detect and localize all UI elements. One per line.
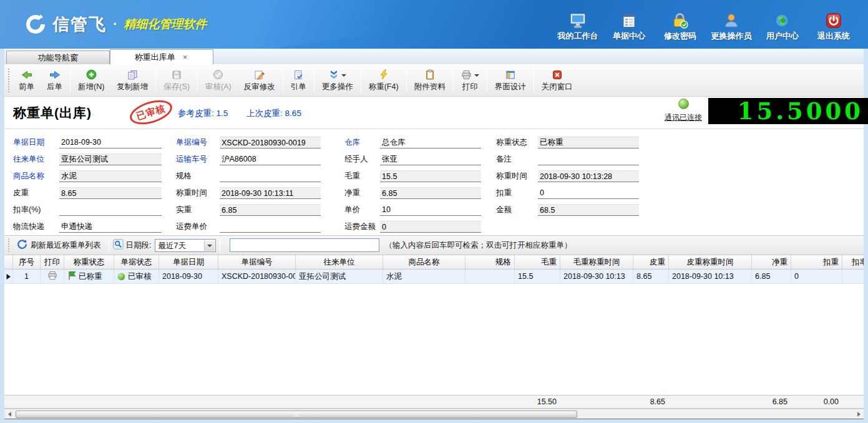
filter-grip-handle[interactable] bbox=[8, 238, 9, 252]
brand-separator: · bbox=[113, 16, 117, 32]
field-input[interactable] bbox=[538, 170, 639, 182]
toolbar-unaudit-edit-button[interactable]: 反审修改 bbox=[238, 67, 281, 94]
grid-column-header-doc_no[interactable]: 单据编号 bbox=[218, 255, 296, 269]
summary-cell-gross: 15.50 bbox=[516, 396, 562, 408]
scrollbar-thumb[interactable] bbox=[16, 411, 577, 418]
tab-bar: 功能导航窗称重出库单× bbox=[4, 49, 864, 64]
header-nav: 我的工作台单据中心修改密码更换操作员用户中心退出系统 bbox=[552, 5, 859, 42]
field-input[interactable] bbox=[380, 153, 481, 165]
field-input[interactable] bbox=[380, 204, 481, 216]
printer-small-icon[interactable] bbox=[47, 271, 57, 282]
summary-cell-doc_date bbox=[160, 396, 220, 408]
nav-item-change-password[interactable]: 修改密码 bbox=[655, 5, 706, 42]
field-input[interactable] bbox=[59, 153, 162, 165]
grid-column-header-tare[interactable]: 皮重 bbox=[633, 255, 669, 269]
toolbar-prev-doc-label: 前单 bbox=[19, 82, 34, 92]
grid-column-header-doc_status[interactable]: 单据状态 bbox=[114, 255, 159, 269]
tab-weigh-outbound[interactable]: 称重出库单× bbox=[110, 49, 213, 64]
toolbar-close-window-button[interactable]: 关闭窗口 bbox=[535, 67, 579, 94]
chevron-down-icon[interactable] bbox=[341, 74, 346, 77]
field-input[interactable] bbox=[538, 187, 639, 199]
field-label: 毛重 bbox=[344, 171, 380, 182]
grid-column-header-gross[interactable]: 毛重 bbox=[515, 255, 560, 269]
field-input[interactable] bbox=[59, 221, 162, 233]
scroll-left-button[interactable] bbox=[4, 410, 14, 419]
grid-column-header-gross_time[interactable]: 毛重称重时间 bbox=[560, 255, 633, 269]
toolbar-new-doc-button[interactable]: 新增(N) bbox=[72, 67, 110, 94]
nav-item-switch-operator[interactable]: 更换操作员 bbox=[706, 5, 757, 42]
tab-close-icon[interactable]: × bbox=[182, 53, 189, 61]
refresh-list-button[interactable]: 刷新最近称重单列表 bbox=[13, 238, 105, 253]
toolbar-separator bbox=[361, 68, 361, 93]
field-input[interactable] bbox=[538, 153, 639, 165]
toolbar-save-label: 保存(S) bbox=[163, 82, 190, 92]
date-range-select[interactable]: 最近7天 bbox=[155, 239, 216, 252]
toolbar-ui-design-button[interactable]: 界面设计 bbox=[489, 67, 532, 94]
chevron-down-icon[interactable] bbox=[474, 74, 479, 77]
add-icon bbox=[86, 69, 97, 80]
documents-icon bbox=[621, 7, 637, 29]
toolbar-separator bbox=[314, 68, 315, 93]
toolbar-print-button[interactable]: 打印 bbox=[455, 67, 485, 94]
field-input[interactable] bbox=[59, 170, 162, 182]
field-input[interactable] bbox=[538, 137, 639, 148]
window-content: 功能导航窗称重出库单× 前单后单新增(N)复制新增保存(S)审核(A)反审修改引… bbox=[0, 49, 868, 423]
field-label: 单价 bbox=[344, 205, 380, 215]
toolbar-grip-handle[interactable] bbox=[8, 69, 9, 92]
search-input[interactable] bbox=[230, 238, 379, 252]
tab-function-nav[interactable]: 功能导航窗 bbox=[6, 51, 110, 64]
field-input[interactable] bbox=[380, 170, 481, 182]
toolbar-weigh-f4-button[interactable]: 称重(F4) bbox=[363, 67, 405, 94]
operator-icon bbox=[723, 7, 739, 29]
field-input[interactable] bbox=[59, 204, 162, 216]
field-input[interactable] bbox=[220, 187, 321, 199]
grid-column-header-spec[interactable]: 规格 bbox=[466, 255, 515, 269]
field-input[interactable] bbox=[220, 170, 321, 182]
toolbar-more-actions-button[interactable]: 更多操作 bbox=[316, 67, 359, 94]
scroll-right-button[interactable] bbox=[854, 410, 864, 419]
field-input[interactable] bbox=[220, 204, 321, 216]
nav-item-label: 单据中心 bbox=[613, 31, 645, 42]
nav-item-exit-system[interactable]: 退出系统 bbox=[808, 5, 859, 42]
date-filter-icon bbox=[113, 239, 124, 251]
grid-column-header-tare_time[interactable]: 皮重称重时间 bbox=[669, 255, 752, 269]
grid-column-header-deduct_rate[interactable]: 扣率 bbox=[842, 255, 864, 269]
grid-cell-product: 水泥 bbox=[383, 270, 466, 283]
toolbar-pull-doc-button[interactable]: 引单 bbox=[285, 67, 313, 94]
horizontal-scrollbar[interactable] bbox=[4, 409, 864, 419]
field-input[interactable] bbox=[59, 137, 162, 148]
toolbar-prev-doc-button[interactable]: 前单 bbox=[12, 67, 41, 94]
summary-cell-partner bbox=[297, 396, 384, 408]
nav-item-doc-center[interactable]: 单据中心 bbox=[603, 5, 655, 42]
toolbar-separator bbox=[534, 68, 534, 93]
field-input[interactable] bbox=[220, 221, 321, 233]
grid-column-header-net[interactable]: 净重 bbox=[752, 255, 791, 269]
grid-header-row: 序号打印称重状态单据状态单据日期单据编号往来单位商品名称规格毛重毛重称重时间皮重… bbox=[4, 255, 864, 270]
field-input[interactable] bbox=[59, 187, 162, 199]
toolbar-copy-new-button[interactable]: 复制新增 bbox=[110, 67, 154, 94]
grid-column-header-weigh_status[interactable]: 称重状态 bbox=[64, 255, 114, 269]
field-input[interactable] bbox=[538, 204, 639, 216]
field-input[interactable] bbox=[220, 137, 321, 148]
grid-column-header-partner[interactable]: 往来单位 bbox=[296, 255, 383, 269]
field-input[interactable] bbox=[380, 221, 481, 233]
combo-dropdown-button[interactable] bbox=[204, 240, 215, 251]
toolbar-next-doc-button[interactable]: 后单 bbox=[41, 67, 69, 94]
grid-column-header-seq[interactable]: 序号 bbox=[13, 255, 41, 269]
grid-column-header-product[interactable]: 商品名称 bbox=[383, 255, 466, 269]
toolbar-attachments-button[interactable]: 附件资料 bbox=[408, 67, 452, 94]
field-label: 皮重 bbox=[13, 188, 59, 198]
grid-column-header-print[interactable]: 打印 bbox=[41, 255, 64, 269]
nav-item-user-center[interactable]: 用户中心 bbox=[757, 5, 808, 42]
field-input[interactable] bbox=[220, 153, 321, 165]
field-input[interactable] bbox=[380, 187, 481, 199]
nav-item-workbench[interactable]: 我的工作台 bbox=[552, 5, 603, 42]
summary-cell-deduct_rate bbox=[844, 396, 864, 408]
grid-row-1[interactable]: 1已称重已审核2018-09-30XSCKD-20180930-0019亚拓公司… bbox=[4, 270, 864, 284]
field-input[interactable] bbox=[380, 137, 481, 148]
grid-column-header-deduct_weight[interactable]: 扣重 bbox=[791, 255, 842, 269]
recent-weigh-list-grid: 序号打印称重状态单据状态单据日期单据编号往来单位商品名称规格毛重毛重称重时间皮重… bbox=[4, 255, 864, 409]
grid-column-header-doc_date[interactable]: 单据日期 bbox=[159, 255, 218, 269]
summary-cell-tare_time bbox=[670, 396, 753, 408]
toolbar-separator bbox=[283, 68, 283, 93]
